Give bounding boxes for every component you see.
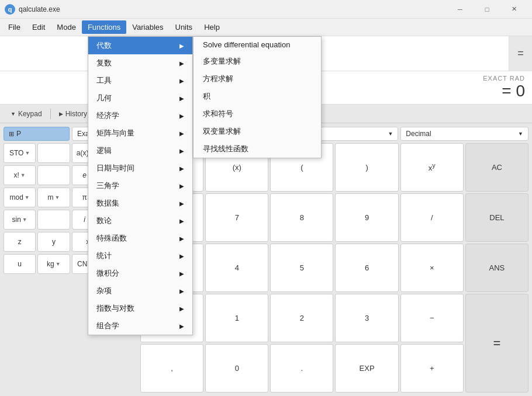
divide-key[interactable]: /: [400, 193, 464, 242]
right-equals-key[interactable]: =: [465, 294, 528, 392]
menu-algebra[interactable]: 代数 ▶: [88, 37, 192, 54]
exact-rad-label: EXACT RAD: [483, 75, 525, 82]
history-tab[interactable]: ▶ History: [53, 107, 93, 120]
key-5[interactable]: 5: [270, 244, 333, 292]
decimal-dropdown[interactable]: Decimal ▼: [400, 127, 528, 141]
titlebar: q qalculate.exe ─ □ ✕: [0, 0, 532, 19]
menu-geometry[interactable]: 几何 ▶: [88, 89, 192, 107]
menu-economics[interactable]: 经济学 ▶: [88, 107, 192, 124]
menu-combinatorics[interactable]: 组合学 ▶: [88, 317, 192, 335]
menu-special[interactable]: 特殊函数 ▶: [88, 230, 192, 247]
app-icon: q: [5, 4, 15, 15]
y-key[interactable]: y: [37, 232, 70, 252]
left-empty-1[interactable]: [37, 143, 70, 163]
menu-tools[interactable]: 工具 ▶: [88, 72, 192, 89]
left-empty-4[interactable]: [37, 210, 70, 230]
minimize-button[interactable]: ─: [447, 0, 474, 19]
key-2[interactable]: 2: [270, 294, 333, 342]
normal-arrow: ▼: [388, 131, 393, 137]
functions-menu: 代数 ▶ 复数 ▶ 工具 ▶ 几何 ▶ 经济学 ▶ 矩阵与向量 ▶: [88, 36, 193, 335]
decimal-label: Decimal: [406, 130, 431, 138]
menu-help[interactable]: Help: [198, 20, 226, 34]
submenu-multivar-solve[interactable]: 多变量求解: [194, 53, 321, 70]
p-selector-button[interactable]: ⊞ P: [4, 127, 70, 141]
menu-matrix[interactable]: 矩阵与向量 ▶: [88, 124, 192, 142]
menu-functions[interactable]: Functions: [82, 20, 126, 34]
keypad-tab-label: Keypad: [18, 110, 42, 118]
key-3[interactable]: 3: [335, 294, 398, 342]
z-key[interactable]: z: [4, 232, 36, 252]
window-title: qalculate.exe: [19, 5, 447, 13]
menu-exp-log[interactable]: 指数与对数 ▶: [88, 300, 192, 317]
menu-mode[interactable]: Mode: [51, 20, 82, 34]
menu-calculus[interactable]: 微积分 ▶: [88, 265, 192, 282]
tab-separator: [50, 109, 51, 119]
key-6[interactable]: 6: [335, 244, 398, 292]
menu-complex[interactable]: 复数 ▶: [88, 54, 192, 72]
history-tab-arrow: ▶: [59, 111, 63, 117]
close-button[interactable]: ✕: [500, 0, 527, 19]
menu-datetime[interactable]: 日期与时间 ▶: [88, 159, 192, 177]
decimal-arrow: ▼: [518, 131, 523, 137]
ac-key[interactable]: AC: [465, 143, 528, 192]
submenu-solve-eq[interactable]: 方程求解: [194, 70, 321, 88]
history-tab-label: History: [65, 110, 87, 118]
key-8[interactable]: 8: [270, 193, 333, 242]
multiply-key[interactable]: ×: [400, 244, 464, 292]
menu-units[interactable]: Units: [170, 20, 199, 34]
submenu-integral[interactable]: 积: [194, 88, 321, 105]
menu-trig[interactable]: 三角学 ▶: [88, 177, 192, 194]
m-key[interactable]: m ▼: [37, 187, 70, 207]
comma-key[interactable]: ,: [140, 344, 203, 392]
xy-key[interactable]: xy: [400, 143, 464, 192]
key-7[interactable]: 7: [205, 193, 268, 242]
submenu-find-linear[interactable]: 寻找线性函数: [194, 140, 321, 158]
key-1[interactable]: 1: [205, 294, 268, 342]
right-keypad: ons ▼ Normal ▼ Decimal ▼ ∨∧ (x) ( ): [140, 127, 528, 392]
sin-key[interactable]: sin ▼: [4, 210, 36, 230]
key-0[interactable]: 0: [205, 344, 268, 392]
menu-misc[interactable]: 杂项 ▶: [88, 282, 192, 300]
plus-key[interactable]: +: [400, 344, 464, 392]
menu-edit[interactable]: Edit: [26, 20, 51, 34]
menu-variables[interactable]: Variables: [126, 20, 169, 34]
left-empty-2[interactable]: [37, 165, 70, 185]
exp-key[interactable]: EXP: [335, 344, 398, 392]
functions-dropdown-overlay: 代数 ▶ 复数 ▶ 工具 ▶ 几何 ▶ 经济学 ▶ 矩阵与向量 ▶: [88, 36, 193, 335]
submenu-two-var-solve[interactable]: 双变量求解: [194, 123, 321, 140]
menu-file[interactable]: File: [2, 20, 26, 34]
algebra-submenu: Solve differential equation 多变量求解 方程求解 积…: [193, 36, 322, 158]
key-4[interactable]: 4: [205, 244, 268, 292]
right-key-grid: ∨∧ (x) ( ) xy AC ‹› 7 8 9 / DEL % 4 5 6 …: [140, 143, 528, 392]
equals-button[interactable]: =: [509, 36, 532, 71]
menu-dataset[interactable]: 数据集 ▶: [88, 194, 192, 212]
menu-logic[interactable]: 逻辑 ▶: [88, 142, 192, 159]
window-controls: ─ □ ✕: [447, 0, 527, 19]
menubar: File Edit Mode Functions Variables Units…: [0, 19, 532, 36]
factorial-key[interactable]: x! ▼: [4, 165, 36, 185]
keypad-tab-arrow: ▼: [11, 111, 16, 117]
menu-number-theory[interactable]: 数论 ▶: [88, 212, 192, 230]
key-9[interactable]: 9: [335, 193, 398, 242]
submenu-solve-diff[interactable]: Solve differential equation: [194, 37, 321, 53]
close-paren-key[interactable]: ): [335, 143, 398, 192]
minus-key[interactable]: −: [400, 294, 464, 342]
grid-icon: ⊞: [9, 130, 14, 138]
menu-stats[interactable]: 统计 ▶: [88, 247, 192, 265]
kg-key[interactable]: kg ▼: [37, 254, 70, 274]
sto-key[interactable]: STO ▼: [4, 143, 36, 163]
u-key[interactable]: u: [4, 254, 36, 274]
algebra-arrow: ▶: [179, 43, 184, 49]
keypad-area: ⊞ P Exa ▼ STO ▼ a(x)b ▼: [0, 123, 532, 396]
keypad-tab[interactable]: ▼ Keypad: [5, 107, 48, 120]
del-key[interactable]: DEL: [465, 193, 528, 242]
decimal-point-key[interactable]: .: [270, 344, 333, 392]
maximize-button[interactable]: □: [474, 0, 500, 19]
p-label: P: [16, 130, 21, 138]
submenu-sum-symbol[interactable]: 求和符号: [194, 105, 321, 123]
mod-key[interactable]: mod ▼: [4, 187, 36, 207]
ans-key[interactable]: ANS: [465, 244, 528, 292]
